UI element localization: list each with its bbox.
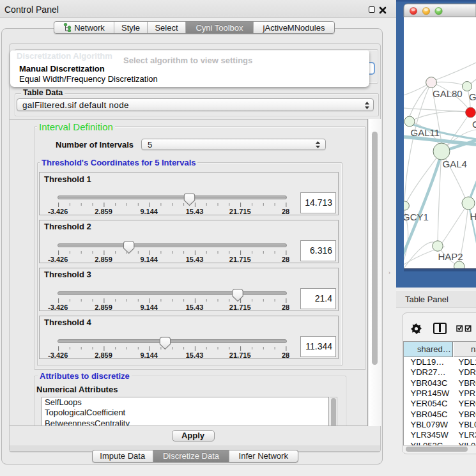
svg-text:GAL80: GAL80 — [433, 88, 463, 99]
svg-text:H: H — [470, 211, 476, 222]
svg-text:GAL4: GAL4 — [443, 158, 467, 169]
svg-text:C: C — [472, 119, 476, 130]
svg-text:GAL11: GAL11 — [411, 127, 440, 138]
svg-text:GA: GA — [469, 91, 476, 102]
svg-text:HAP2: HAP2 — [438, 251, 463, 262]
svg-text:GCY1: GCY1 — [403, 211, 429, 222]
